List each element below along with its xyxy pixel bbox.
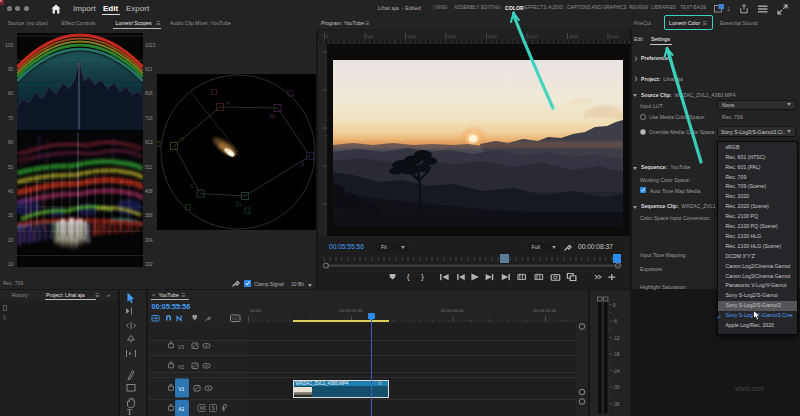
- svg-text:-24: -24: [613, 369, 620, 374]
- svg-text:3000: 3000: [569, 34, 579, 39]
- svg-text:00:06:05:00: 00:06:05:00: [534, 308, 557, 313]
- svg-text:2000: 2000: [488, 34, 498, 39]
- svg-text:B: B: [301, 162, 304, 167]
- svg-text:500: 500: [367, 34, 374, 39]
- svg-text:M: M: [200, 406, 204, 411]
- svg-text:{: {: [407, 273, 410, 281]
- svg-text:G: G: [190, 184, 194, 189]
- svg-text:V2: V2: [178, 365, 184, 370]
- svg-text:S: S: [212, 406, 215, 411]
- svg-text:-12: -12: [613, 336, 620, 341]
- svg-text:Mg: Mg: [269, 114, 276, 119]
- svg-text:3500: 3500: [610, 34, 620, 39]
- svg-text:Cy: Cy: [236, 202, 242, 207]
- svg-text:00:06:00:00: 00:06:00:00: [441, 308, 464, 313]
- svg-text:-18: -18: [613, 352, 620, 357]
- svg-text:A1: A1: [179, 406, 185, 412]
- svg-text:}: }: [421, 273, 424, 281]
- svg-text:-30: -30: [613, 385, 620, 390]
- svg-text:1500: 1500: [448, 34, 458, 39]
- svg-text:-6: -6: [613, 319, 617, 324]
- svg-text:-36: -36: [613, 402, 620, 407]
- svg-text:50:00: 50:00: [250, 308, 261, 313]
- svg-text:CC: CC: [232, 316, 238, 321]
- svg-text:0: 0: [613, 303, 616, 308]
- svg-text:00:05:55:00: 00:05:55:00: [340, 308, 363, 313]
- svg-text:1000: 1000: [407, 34, 417, 39]
- svg-text:V3: V3: [178, 345, 184, 350]
- svg-text:V1: V1: [179, 386, 185, 392]
- svg-text:2500: 2500: [529, 34, 539, 39]
- svg-text:Yl: Yl: [180, 137, 184, 142]
